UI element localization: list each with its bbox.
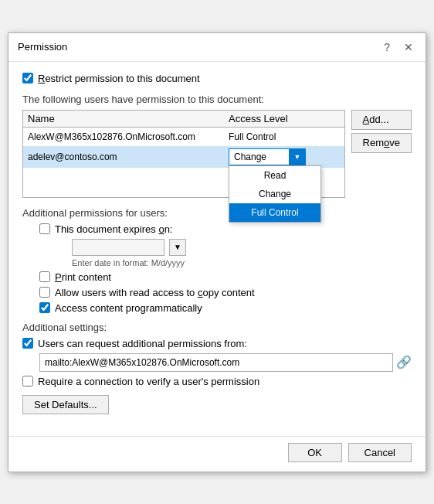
request-permissions-checkbox[interactable]: [22, 338, 33, 349]
expires-row: This document expires on:: [39, 223, 412, 235]
ok-button[interactable]: OK: [288, 443, 342, 462]
permission-dialog: Permission ? ✕ Restrict permission to th…: [8, 32, 426, 472]
restrict-row: Restrict permission to this document: [22, 73, 412, 84]
expires-checkbox[interactable]: [39, 223, 50, 234]
title-bar-buttons: ? ✕: [381, 39, 416, 55]
restrict-label: Restrict permission to this document: [38, 73, 200, 84]
additional-permissions-label: Additional permissions for users:: [22, 207, 412, 219]
date-input-row: ▼: [39, 239, 412, 256]
connection-row: Require a connection to verify a user's …: [22, 376, 412, 387]
connection-label: Require a connection to verify a user's …: [38, 376, 259, 387]
access-level-select[interactable]: Read Change Full Control: [229, 148, 306, 165]
request-permissions-label: Users can request additional permissions…: [38, 338, 247, 349]
table-row[interactable]: AlexW@M365x102876.OnMicrosoft.com Full C…: [23, 128, 344, 146]
dialog-title: Permission: [18, 41, 67, 53]
user-name-cell: AlexW@M365x102876.OnMicrosoft.com: [28, 131, 229, 142]
date-dropdown-icon[interactable]: ▼: [169, 239, 186, 256]
user-name-cell: adelev@contoso.com: [28, 152, 229, 162]
connection-checkbox[interactable]: [22, 376, 33, 387]
access-select-wrapper: Read Change Full Control Read Change Ful…: [229, 148, 306, 165]
additional-settings-label: Additional settings:: [22, 322, 412, 333]
table-side-buttons: Add... Remove: [351, 110, 412, 198]
request-permissions-row: Users can request additional permissions…: [22, 338, 412, 349]
col-access-header: Access Level: [229, 113, 340, 124]
add-button[interactable]: Add...: [351, 110, 412, 130]
defaults-row: Set Defaults...: [22, 395, 412, 414]
dropdown-fullcontrol-option[interactable]: Full Control: [229, 203, 320, 222]
programmatic-label: Access content programmatically: [55, 302, 202, 314]
users-table: Name Access Level AlexW@M365x102876.OnMi…: [22, 110, 345, 198]
close-button[interactable]: ✕: [401, 39, 416, 55]
user-access-dropdown-cell: Read Change Full Control Read Change Ful…: [229, 148, 340, 165]
print-row: Print content: [39, 271, 412, 283]
additional-permissions-options: This document expires on: ▼ Enter date i…: [22, 223, 412, 314]
restrict-checkbox[interactable]: [22, 73, 33, 83]
col-name-header: Name: [28, 113, 229, 124]
dialog-footer: OK Cancel: [8, 436, 426, 472]
email-input[interactable]: mailto:AlexW@M365x102876.OnMicrosoft.com: [39, 353, 393, 372]
programmatic-row: Access content programmatically: [39, 302, 412, 314]
additional-permissions-section: Additional permissions for users: This d…: [22, 207, 412, 314]
cancel-button[interactable]: Cancel: [348, 443, 412, 462]
table-header: Name Access Level: [23, 111, 344, 128]
copy-row: Allow users with read access to copy con…: [39, 287, 412, 298]
users-section-label: The following users have permission to t…: [22, 94, 412, 105]
date-input[interactable]: [72, 239, 164, 256]
help-button[interactable]: ?: [381, 39, 393, 55]
user-access-cell: Full Control: [229, 131, 340, 142]
remove-button[interactable]: Remove: [351, 133, 412, 153]
table-row[interactable]: adelev@contoso.com Read Change Full Cont…: [23, 146, 344, 168]
print-label: Print content: [55, 271, 111, 283]
date-hint: Enter date in format: M/d/yyyy: [39, 258, 412, 267]
expires-label: This document expires on:: [55, 223, 172, 235]
title-bar: Permission ? ✕: [8, 33, 426, 62]
access-dropdown: Read Change Full Control: [229, 165, 321, 223]
print-checkbox[interactable]: [39, 271, 50, 282]
copy-label: Allow users with read access to copy con…: [55, 287, 255, 298]
set-defaults-button[interactable]: Set Defaults...: [22, 395, 109, 414]
additional-settings-section: Additional settings: Users can request a…: [22, 322, 412, 387]
programmatic-checkbox[interactable]: [39, 302, 50, 313]
dialog-content: Restrict permission to this document The…: [8, 62, 426, 436]
dropdown-change-option[interactable]: Change: [229, 185, 320, 203]
copy-checkbox[interactable]: [39, 287, 50, 298]
link-icon: 🔗: [396, 355, 412, 369]
email-input-row: mailto:AlexW@M365x102876.OnMicrosoft.com…: [22, 353, 412, 372]
dropdown-read-option[interactable]: Read: [229, 166, 320, 185]
